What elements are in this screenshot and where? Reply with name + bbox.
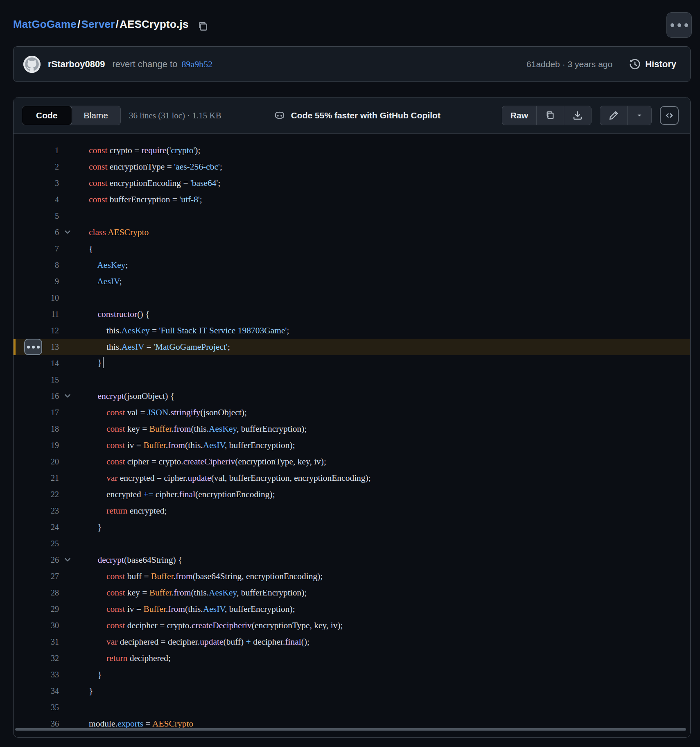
- line-number[interactable]: 19: [14, 441, 59, 450]
- line-number[interactable]: 9: [14, 277, 59, 286]
- code-text: module.exports = AESCrypto: [76, 719, 193, 729]
- line-number[interactable]: 35: [14, 703, 59, 712]
- code-line: 11 constructor() {: [14, 306, 690, 322]
- fold-chevron-icon[interactable]: [59, 228, 76, 236]
- line-number[interactable]: 15: [14, 375, 59, 385]
- avatar[interactable]: [23, 56, 41, 73]
- code-line: 29 const iv = Buffer.from(this.AesIV, bu…: [14, 601, 690, 617]
- code-line: 16 encrypt(jsonObject) {: [14, 388, 690, 404]
- line-number[interactable]: 8: [14, 260, 59, 270]
- raw-button[interactable]: Raw: [502, 106, 536, 125]
- fold-chevron-icon[interactable]: [59, 392, 76, 400]
- code-line: 12 this.AesKey = 'Full Stack IT Service …: [14, 322, 690, 339]
- breadcrumb-repo-link[interactable]: MatGoGame: [13, 18, 77, 31]
- line-number[interactable]: 26: [14, 555, 59, 565]
- code-line: 13 this.AesIV = 'MatGoGameProject';: [14, 339, 690, 355]
- line-number[interactable]: 1: [14, 146, 59, 155]
- file-toolbar: Code Blame 36 lines (31 loc) · 1.15 KB C…: [14, 97, 690, 134]
- line-number[interactable]: 28: [14, 588, 59, 598]
- code-line: 22 encrypted += cipher.final(encryptionE…: [14, 486, 690, 503]
- line-number[interactable]: 23: [14, 506, 59, 516]
- line-number[interactable]: 11: [14, 310, 59, 319]
- line-number[interactable]: 34: [14, 686, 59, 696]
- commit-message: revert change to: [112, 59, 177, 70]
- copilot-banner-text: Code 55% faster with GitHub Copilot: [291, 111, 440, 120]
- code-text: class AESCrypto: [76, 227, 149, 238]
- line-number[interactable]: 27: [14, 572, 59, 581]
- code-text: const bufferEncryption = 'utf-8';: [76, 195, 202, 205]
- line-number[interactable]: 2: [14, 162, 59, 172]
- copilot-banner[interactable]: Code 55% faster with GitHub Copilot: [273, 109, 440, 122]
- file-info: 36 lines (31 loc) · 1.15 KB: [129, 111, 221, 121]
- line-number[interactable]: 20: [14, 457, 59, 466]
- code-line: 2const encryptionType = 'aes-256-cbc';: [14, 158, 690, 175]
- code-text: const key = Buffer.from(this.AesKey, buf…: [76, 588, 307, 598]
- line-number[interactable]: 18: [14, 424, 59, 434]
- line-number[interactable]: 3: [14, 179, 59, 188]
- code-text: const buff = Buffer.from(base64String, e…: [76, 571, 323, 582]
- tab-blame[interactable]: Blame: [72, 106, 121, 125]
- line-number[interactable]: 31: [14, 637, 59, 647]
- symbols-panel-button[interactable]: [660, 106, 679, 125]
- line-number[interactable]: 32: [14, 654, 59, 663]
- line-number[interactable]: 6: [14, 228, 59, 237]
- code-text: encrypt(jsonObject) {: [76, 391, 174, 401]
- code-line: 17 const val = JSON.stringify(jsonObject…: [14, 404, 690, 421]
- line-number[interactable]: 4: [14, 195, 59, 204]
- commit-author[interactable]: rStarboy0809: [48, 59, 105, 70]
- horizontal-scrollbar[interactable]: [15, 728, 686, 731]
- code-text: }: [76, 358, 104, 369]
- edit-button-group: [600, 106, 652, 125]
- breadcrumb-bar: MatGoGame/Server/AESCrypto.js: [13, 12, 692, 38]
- line-number[interactable]: 29: [14, 604, 59, 614]
- code-text: var deciphered = decipher.update(buff) +…: [76, 637, 309, 647]
- latest-commit-bar: rStarboy0809 revert change to 89a9b52 61…: [13, 46, 691, 82]
- code-text: {: [76, 244, 93, 254]
- line-number[interactable]: 17: [14, 408, 59, 417]
- line-number[interactable]: 5: [14, 211, 59, 221]
- code-text: const crypto = require('crypto');: [76, 145, 200, 156]
- line-actions-button[interactable]: [24, 339, 42, 355]
- line-number[interactable]: 30: [14, 621, 59, 630]
- commit-message-sha-link[interactable]: 89a9b52: [181, 59, 212, 70]
- code-text: const cipher = crypto.createCipheriv(enc…: [76, 457, 326, 467]
- code-line: 32 return deciphered;: [14, 650, 690, 666]
- line-number[interactable]: 21: [14, 473, 59, 483]
- breadcrumb-dir-link[interactable]: Server: [81, 18, 115, 31]
- code-text: this.AesKey = 'Full Stack IT Service 198…: [76, 326, 289, 336]
- history-button[interactable]: History: [626, 58, 679, 71]
- line-number[interactable]: 24: [14, 523, 59, 532]
- code-line: 18 const key = Buffer.from(this.AesKey, …: [14, 421, 690, 437]
- line-number[interactable]: 22: [14, 490, 59, 499]
- line-number[interactable]: 36: [14, 719, 59, 729]
- edit-dropdown-button[interactable]: [627, 106, 651, 125]
- line-number[interactable]: 16: [14, 392, 59, 401]
- line-number[interactable]: 10: [14, 293, 59, 303]
- copy-raw-button[interactable]: [536, 106, 564, 125]
- more-options-button[interactable]: [666, 12, 692, 38]
- code-line: 20 const cipher = crypto.createCipheriv(…: [14, 453, 690, 470]
- text-cursor: [103, 357, 104, 368]
- code-text: }: [76, 522, 102, 532]
- code-text: const iv = Buffer.from(this.AesIV, buffe…: [76, 604, 295, 614]
- code-text: const iv = Buffer.from(this.AesIV, buffe…: [76, 440, 295, 450]
- code-line: 23 return encrypted;: [14, 503, 690, 519]
- line-number[interactable]: 33: [14, 670, 59, 679]
- download-raw-button[interactable]: [564, 106, 591, 125]
- line-number[interactable]: 12: [14, 326, 59, 335]
- copy-path-button[interactable]: [195, 19, 211, 34]
- edit-file-button[interactable]: [600, 106, 627, 125]
- code-line: 34}: [14, 683, 690, 699]
- kebab-icon: [671, 23, 688, 27]
- code-text: const encryptionType = 'aes-256-cbc';: [76, 162, 222, 172]
- code-text: constructor() {: [76, 309, 149, 319]
- code-line: 30 const decipher = crypto.createDeciphe…: [14, 617, 690, 634]
- commit-meta[interactable]: 61addeb · 3 years ago: [526, 59, 612, 69]
- line-number[interactable]: 14: [14, 359, 59, 368]
- line-number[interactable]: 25: [14, 539, 59, 548]
- fold-chevron-icon[interactable]: [59, 556, 76, 564]
- tab-code[interactable]: Code: [22, 106, 72, 125]
- line-number[interactable]: 7: [14, 244, 59, 254]
- code-text: const encryptionEncoding = 'base64';: [76, 178, 220, 188]
- code-text: const val = JSON.stringify(jsonObject);: [76, 407, 247, 418]
